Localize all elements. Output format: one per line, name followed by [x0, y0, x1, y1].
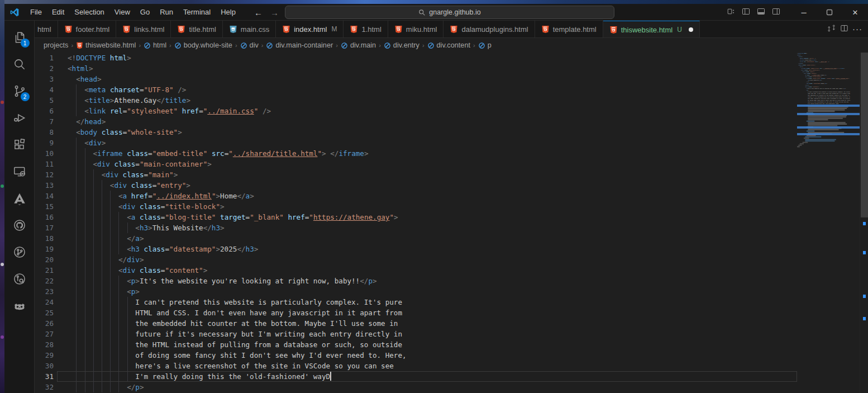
breadcrumb-item[interactable]: div.content [427, 41, 470, 49]
editor-line-17[interactable]: 17 <h3>This Website</h3> [35, 222, 797, 233]
editor-line-7[interactable]: 7 </head> [35, 116, 797, 127]
line-number[interactable]: 28 [35, 339, 54, 350]
toggle-primary-sidebar-button[interactable] [741, 7, 751, 18]
minimap[interactable]: <!DOCTYPE html><html> <head> <meta chars… [797, 53, 860, 393]
line-number[interactable]: 20 [35, 254, 54, 265]
line-number[interactable]: 16 [35, 212, 54, 222]
editor-line-16[interactable]: 16 <a class="blog-title" target="_blank"… [35, 212, 797, 222]
breadcrumb-item[interactable]: div.main-container [266, 41, 333, 49]
breadcrumb-item[interactable]: div [240, 41, 259, 49]
line-number[interactable]: 31 [35, 371, 54, 382]
editor-line-13[interactable]: 13 <div class="entry"> [35, 180, 797, 191]
line-number[interactable]: 7 [35, 116, 54, 127]
editor-line-4[interactable]: 4 <meta charset="UTF-8" /> [35, 84, 797, 95]
breadcrumb-item[interactable]: p [478, 41, 492, 49]
line-number[interactable]: 24 [35, 297, 54, 307]
menu-item-help[interactable]: Help [216, 6, 241, 18]
menu-item-file[interactable]: File [25, 6, 47, 18]
editor-line-29[interactable]: 29 of doing some fancy shit I don't see … [35, 350, 797, 361]
activity-bar-extensions-button[interactable] [7, 131, 32, 158]
close-button[interactable]: ✕ [842, 4, 868, 21]
activity-bar-explorer-button[interactable]: 1 [7, 24, 32, 51]
editor-line-6[interactable]: 6 <link rel="stylesheet" href="../main.c… [35, 106, 797, 116]
editor-line-1[interactable]: 1<!DOCTYPE html> [35, 53, 797, 63]
line-number[interactable]: 21 [35, 265, 54, 276]
editor-line-2[interactable]: 2<html> [35, 63, 797, 74]
editor-line-5[interactable]: 5 <title>Athene.Gay</title> [35, 95, 797, 106]
editor-line-22[interactable]: 22 <p>It's the website you're looking at… [35, 276, 797, 286]
editor-line-23[interactable]: 23 <p> [35, 286, 797, 297]
editor-line-25[interactable]: 25 HTML and CSS. I don't even have any j… [35, 307, 797, 318]
activity-bar-gitlens-button[interactable] [7, 239, 32, 266]
line-number[interactable]: 29 [35, 350, 54, 361]
activity-bar-godot-tools-button[interactable] [7, 292, 32, 319]
activity-bar-run-debug-button[interactable] [7, 105, 32, 131]
editor-tab-1.html[interactable]: 1.html [344, 21, 388, 37]
menu-item-view[interactable]: View [109, 6, 135, 18]
customize-layout-button[interactable] [726, 7, 736, 18]
history-back-button[interactable]: ← [254, 8, 263, 17]
line-number[interactable]: 22 [35, 276, 54, 286]
editor-line-9[interactable]: 9 <div> [35, 138, 797, 148]
editor-tab-main.css[interactable]: main.css [223, 21, 276, 37]
line-number[interactable]: 30 [35, 361, 54, 371]
menu-item-edit[interactable]: Edit [47, 6, 69, 18]
toggle-panel-button[interactable] [756, 7, 766, 18]
editor-tab-dalamudplugins.html[interactable]: dalamudplugins.html [443, 21, 535, 37]
line-number[interactable]: 23 [35, 286, 54, 297]
editor-line-27[interactable]: 27 future if it's necessary but I'm writ… [35, 329, 797, 339]
editor-scrollbar[interactable] [860, 53, 868, 393]
breadcrumb-item[interactable]: html [144, 41, 166, 49]
activity-bar-remote-explorer-button[interactable] [7, 158, 32, 185]
line-number[interactable]: 27 [35, 329, 54, 339]
maximize-button[interactable] [817, 4, 842, 21]
editor-tab-links.html[interactable]: links.html [116, 21, 171, 37]
line-number[interactable]: 8 [35, 127, 54, 138]
activity-bar-github-button[interactable] [7, 212, 32, 239]
editor-line-21[interactable]: 21 <div class="content"> [35, 265, 797, 276]
editor-line-18[interactable]: 18 </a> [35, 233, 797, 244]
breadcrumb-item[interactable]: projects [44, 41, 68, 49]
editor-line-12[interactable]: 12 <div class="main"> [35, 169, 797, 180]
line-number[interactable]: 1 [35, 53, 54, 63]
line-number[interactable]: 26 [35, 318, 54, 329]
dirty-indicator-dot[interactable] [689, 27, 693, 32]
editor-line-10[interactable]: 10 <iframe class="embed-title" src="../s… [35, 148, 797, 159]
toggle-secondary-sidebar-button[interactable] [771, 7, 781, 18]
activity-bar-search-button[interactable] [7, 51, 32, 78]
menu-item-run[interactable]: Run [155, 6, 178, 18]
line-number[interactable]: 9 [35, 138, 54, 148]
line-number[interactable]: 25 [35, 307, 54, 318]
line-number[interactable]: 6 [35, 106, 54, 116]
menu-item-selection[interactable]: Selection [69, 6, 109, 18]
menu-item-go[interactable]: Go [135, 6, 155, 18]
breadcrumb-item[interactable]: div.entry [384, 41, 419, 49]
split-editor-button[interactable] [840, 23, 849, 35]
editor-line-14[interactable]: 14 <a href="../index.html">Home</a> [35, 191, 797, 201]
more-actions-button[interactable]: ··· [852, 24, 862, 34]
activity-bar-commit-graph-button[interactable] [7, 266, 32, 292]
line-number[interactable]: 3 [35, 74, 54, 84]
editor-tab-index.html[interactable]: index.htmlM [276, 21, 344, 37]
code-editor[interactable]: 1<!DOCTYPE html>2<html>3 <head>4 <meta c… [35, 53, 868, 393]
editor-tab-template.html[interactable]: template.html [535, 21, 603, 37]
command-center-search[interactable]: gnargle.github.io [285, 6, 614, 19]
line-number[interactable]: 13 [35, 180, 54, 191]
minimize-button[interactable]: ─ [791, 4, 817, 21]
menu-item-terminal[interactable]: Terminal [178, 6, 216, 18]
line-number[interactable]: 19 [35, 244, 54, 254]
open-changes-button[interactable] [827, 23, 836, 35]
line-number[interactable]: 15 [35, 201, 54, 212]
editor-line-8[interactable]: 8 <body class="whole-site"> [35, 127, 797, 138]
line-number[interactable]: 18 [35, 233, 54, 244]
editor-line-26[interactable]: 26 the embedded hit counter at the botto… [35, 318, 797, 329]
line-number[interactable]: 11 [35, 159, 54, 169]
editor-line-24[interactable]: 24 I can't pretend this website is parti… [35, 297, 797, 307]
editor-tab-miku.html[interactable]: miku.html [388, 21, 444, 37]
breadcrumb-item[interactable]: thiswebsite.html [76, 41, 136, 49]
editor-tab-title.html[interactable]: title.html [171, 21, 222, 37]
editor-tab-html[interactable]: html [35, 21, 58, 37]
activity-bar-triangle-a-extension-button[interactable] [7, 185, 32, 212]
breadcrumb-item[interactable]: div.main [341, 41, 376, 49]
history-forward-button[interactable]: → [270, 8, 279, 17]
